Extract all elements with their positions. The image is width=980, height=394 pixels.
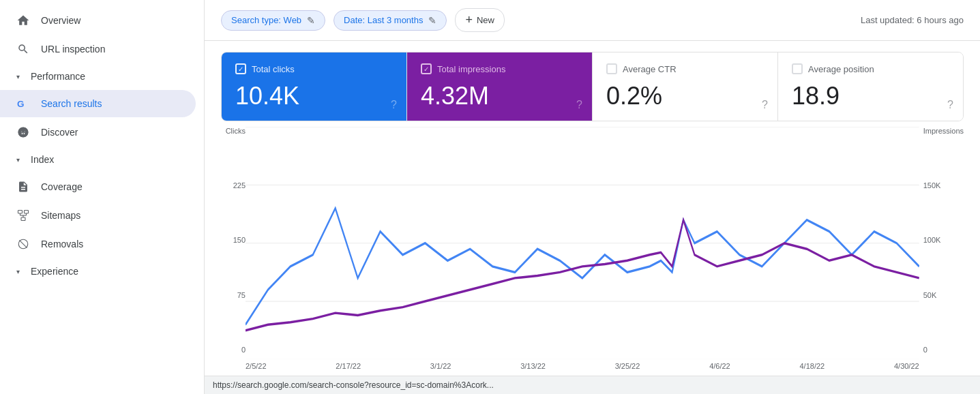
chart-area: Clicks 225 150 75 0 bbox=[205, 121, 980, 376]
status-url: https://search.google.com/search-console… bbox=[213, 380, 494, 390]
sidebar-item-label: URL inspection bbox=[41, 44, 105, 55]
sidebar-item-label: Search results bbox=[41, 98, 102, 109]
sidebar-item-label: Removals bbox=[41, 239, 83, 249]
svg-text:G: G bbox=[17, 99, 25, 109]
chart-x-label-4: 3/13/22 bbox=[520, 362, 546, 370]
date-filter[interactable]: Date: Last 3 months ✎ bbox=[333, 10, 447, 31]
help-icon[interactable]: ? bbox=[947, 99, 953, 111]
chart-y-right-label: Impressions bbox=[923, 127, 964, 135]
sidebar-section-performance[interactable]: ▾ Performance bbox=[0, 64, 204, 89]
chart-x-label-1: 2/5/22 bbox=[246, 362, 267, 370]
chevron-down-icon: ▾ bbox=[16, 268, 20, 275]
chart-y-right-50k: 50K bbox=[923, 291, 937, 299]
home-icon bbox=[16, 14, 30, 27]
chart-y-right-0: 0 bbox=[923, 346, 927, 354]
metrics-row: ✓ Total clicks 10.4K ? ✓ Total impressio… bbox=[221, 52, 964, 121]
metric-label: Total impressions bbox=[437, 64, 505, 74]
metric-average-position[interactable]: Average position 18.9 ? bbox=[778, 52, 963, 121]
help-icon[interactable]: ? bbox=[576, 99, 582, 111]
sidebar-item-removals[interactable]: Removals bbox=[0, 230, 196, 258]
sidebar: Overview URL inspection ▾ Performance G … bbox=[0, 0, 205, 394]
chart-x-label-6: 4/6/22 bbox=[709, 362, 730, 370]
search-icon bbox=[16, 42, 30, 56]
plus-icon: + bbox=[465, 13, 473, 27]
metric-value: 4.32M bbox=[421, 82, 578, 110]
chart-y-left-150: 150 bbox=[233, 236, 246, 244]
metric-value: 18.9 bbox=[792, 82, 949, 110]
sidebar-item-label: Overview bbox=[41, 15, 80, 26]
chart-y-left-label: Clicks bbox=[226, 127, 246, 135]
sidebar-item-search-results[interactable]: G Search results bbox=[0, 90, 196, 117]
coverage-icon bbox=[16, 180, 30, 194]
help-icon[interactable]: ? bbox=[391, 99, 397, 111]
chart-y-right-150k: 150K bbox=[923, 181, 941, 190]
sidebar-item-sitemaps[interactable]: Sitemaps bbox=[0, 202, 196, 229]
metric-total-clicks[interactable]: ✓ Total clicks 10.4K ? bbox=[222, 52, 407, 121]
metric-total-impressions[interactable]: ✓ Total impressions 4.32M ? bbox=[407, 52, 593, 121]
performance-chart bbox=[246, 127, 919, 359]
sidebar-section-label: Performance bbox=[31, 71, 85, 82]
topbar: Search type: Web ✎ Date: Last 3 months ✎… bbox=[205, 0, 980, 41]
chart-x-label-7: 4/18/22 bbox=[799, 362, 825, 370]
sidebar-item-coverage[interactable]: Coverage bbox=[0, 173, 196, 200]
metric-label: Average position bbox=[808, 64, 874, 74]
sidebar-item-overview[interactable]: Overview bbox=[0, 7, 196, 34]
removals-icon bbox=[16, 237, 30, 251]
main-content: Search type: Web ✎ Date: Last 3 months ✎… bbox=[205, 0, 980, 394]
sidebar-section-experience[interactable]: ▾ Experience bbox=[0, 259, 204, 284]
chart-y-left-75: 75 bbox=[237, 291, 246, 299]
search-type-label: Search type: Web bbox=[231, 15, 301, 25]
svg-rect-2 bbox=[18, 211, 23, 214]
statusbar: https://search.google.com/search-console… bbox=[205, 376, 980, 394]
chart-y-right-100k: 100K bbox=[923, 236, 941, 244]
new-button[interactable]: + New bbox=[455, 8, 505, 32]
svg-line-10 bbox=[19, 240, 27, 247]
sidebar-section-index[interactable]: ▾ Index bbox=[0, 147, 204, 172]
metric-label: Average CTR bbox=[623, 64, 677, 74]
metric-average-ctr[interactable]: Average CTR 0.2% ? bbox=[593, 52, 778, 121]
last-updated-label: Last updated: 6 hours ago bbox=[861, 15, 964, 25]
chart-x-label-5: 3/25/22 bbox=[615, 362, 640, 370]
edit-icon: ✎ bbox=[428, 15, 436, 26]
average-ctr-checkbox[interactable] bbox=[606, 63, 617, 74]
metric-value: 0.2% bbox=[606, 82, 764, 110]
metric-label: Total clicks bbox=[252, 64, 295, 74]
sitemaps-icon bbox=[16, 209, 30, 222]
total-impressions-checkbox[interactable]: ✓ bbox=[421, 63, 432, 74]
sidebar-item-label: Discover bbox=[41, 127, 78, 138]
chart-y-left-225: 225 bbox=[233, 181, 246, 190]
metric-value: 10.4K bbox=[235, 82, 393, 110]
sidebar-item-url-inspection[interactable]: URL inspection bbox=[0, 35, 196, 63]
sidebar-item-label: Coverage bbox=[41, 181, 83, 192]
sidebar-section-label: Experience bbox=[31, 266, 78, 277]
sidebar-item-label: Sitemaps bbox=[41, 210, 80, 221]
edit-icon: ✎ bbox=[307, 15, 315, 26]
chart-x-label-3: 3/1/22 bbox=[430, 362, 451, 370]
chevron-down-icon: ▾ bbox=[16, 73, 20, 80]
chevron-down-icon: ▾ bbox=[16, 156, 20, 164]
impressions-line bbox=[246, 219, 919, 330]
sidebar-item-discover[interactable]: Discover bbox=[0, 119, 196, 146]
chart-x-label-2: 2/17/22 bbox=[336, 362, 361, 370]
sidebar-section-label: Index bbox=[31, 154, 54, 165]
total-clicks-checkbox[interactable]: ✓ bbox=[235, 63, 246, 74]
star-icon bbox=[16, 125, 30, 139]
svg-rect-4 bbox=[21, 217, 25, 221]
help-icon[interactable]: ? bbox=[762, 99, 768, 111]
google-g-icon: G bbox=[16, 97, 30, 110]
new-button-label: New bbox=[477, 15, 494, 25]
chart-x-label-8: 4/30/22 bbox=[894, 362, 919, 370]
average-position-checkbox[interactable] bbox=[792, 63, 803, 74]
svg-rect-3 bbox=[25, 211, 29, 214]
date-label: Date: Last 3 months bbox=[344, 15, 423, 25]
search-type-filter[interactable]: Search type: Web ✎ bbox=[221, 10, 325, 31]
